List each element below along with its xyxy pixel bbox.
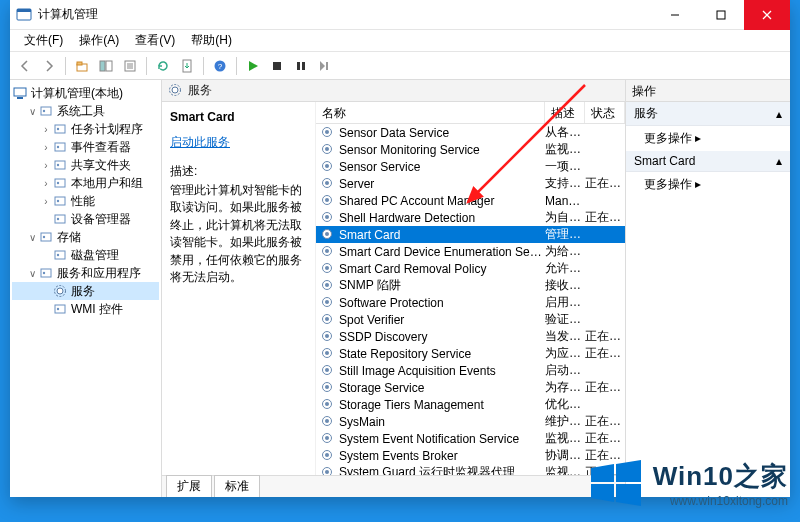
svg-point-72	[325, 317, 329, 321]
menu-help[interactable]: 帮助(H)	[183, 30, 240, 51]
svg-point-90	[325, 470, 329, 474]
actions-header: 操作	[626, 80, 790, 102]
tree-item[interactable]: ›性能	[12, 192, 159, 210]
list-header[interactable]: 名称 描述 状态	[316, 102, 625, 124]
svg-point-34	[57, 200, 59, 202]
detail-title: Smart Card	[170, 110, 307, 124]
refresh-button[interactable]	[152, 55, 174, 77]
service-row[interactable]: Storage Service为存…正在…	[316, 379, 625, 396]
forward-button[interactable]	[38, 55, 60, 77]
col-status[interactable]: 状态	[585, 102, 625, 123]
show-hide-tree-button[interactable]	[95, 55, 117, 77]
col-name[interactable]: 名称	[316, 102, 545, 123]
svg-point-62	[325, 232, 329, 236]
service-row[interactable]: Shared PC Account ManagerMan…	[316, 192, 625, 209]
service-row[interactable]: Server支持…正在…	[316, 175, 625, 192]
svg-rect-35	[55, 215, 65, 223]
chevron-up-icon: ▴	[776, 154, 782, 168]
watermark-brand: Win10之家	[653, 459, 788, 494]
tree-root[interactable]: 计算机管理(本地)	[12, 84, 159, 102]
service-row[interactable]: System Guard 运行时监视器代理监视…正在…	[316, 464, 625, 475]
item-icon	[52, 175, 68, 191]
service-row[interactable]: Smart Card Device Enumeration Service为给…	[316, 243, 625, 260]
service-row[interactable]: Spot Verifier验证…	[316, 311, 625, 328]
service-row[interactable]: Still Image Acquisition Events启动…	[316, 362, 625, 379]
tree-item[interactable]: WMI 控件	[12, 300, 159, 318]
tree-item[interactable]: ›本地用户和组	[12, 174, 159, 192]
svg-point-36	[57, 218, 59, 220]
service-row[interactable]: State Repository Service为应…正在…	[316, 345, 625, 362]
service-row[interactable]: Sensor Monitoring Service监视…	[316, 141, 625, 158]
service-row[interactable]: Software Protection启用…	[316, 294, 625, 311]
help-button[interactable]: ?	[209, 55, 231, 77]
svg-point-86	[325, 436, 329, 440]
tree-item[interactable]: ›事件查看器	[12, 138, 159, 156]
titlebar[interactable]: 计算机管理	[10, 0, 790, 30]
service-icon	[320, 159, 336, 175]
up-button[interactable]	[71, 55, 93, 77]
tree-item[interactable]: 服务	[12, 282, 159, 300]
action-item[interactable]: 更多操作 ▸	[626, 172, 790, 197]
service-icon	[320, 125, 336, 141]
service-row[interactable]: Storage Tiers Management优化…	[316, 396, 625, 413]
export-button[interactable]	[176, 55, 198, 77]
svg-point-42	[43, 272, 45, 274]
svg-rect-8	[100, 61, 105, 71]
tab-extended[interactable]: 扩展	[166, 475, 212, 497]
center-header: 服务	[162, 80, 625, 102]
service-row[interactable]: Sensor Data Service从各…	[316, 124, 625, 141]
restart-service-button[interactable]	[314, 55, 336, 77]
menu-file[interactable]: 文件(F)	[16, 30, 71, 51]
service-row[interactable]: SysMain维护…正在…	[316, 413, 625, 430]
service-row[interactable]: SSDP Discovery当发…正在…	[316, 328, 625, 345]
svg-text:?: ?	[218, 62, 223, 71]
stop-service-button[interactable]	[266, 55, 288, 77]
svg-point-78	[325, 368, 329, 372]
service-icon	[320, 142, 336, 158]
maximize-button[interactable]	[698, 0, 744, 30]
action-section-title[interactable]: 服务▴	[626, 102, 790, 126]
tree-item[interactable]: ›任务计划程序	[12, 120, 159, 138]
svg-rect-25	[55, 125, 65, 133]
tree-group[interactable]: ∨系统工具	[12, 102, 159, 120]
start-service-button[interactable]	[242, 55, 264, 77]
close-button[interactable]	[744, 0, 790, 30]
svg-rect-19	[302, 62, 305, 70]
action-section-title[interactable]: Smart Card▴	[626, 151, 790, 172]
start-service-link[interactable]: 启动此服务	[170, 134, 307, 151]
service-row[interactable]: Shell Hardware Detection为自…正在…	[316, 209, 625, 226]
menu-action[interactable]: 操作(A)	[71, 30, 127, 51]
minimize-button[interactable]	[652, 0, 698, 30]
pause-service-button[interactable]	[290, 55, 312, 77]
tree-group[interactable]: ∨服务和应用程序	[12, 264, 159, 282]
service-icon	[320, 312, 336, 328]
svg-point-68	[325, 283, 329, 287]
menu-view[interactable]: 查看(V)	[127, 30, 183, 51]
gear-icon	[168, 83, 184, 99]
tree-item[interactable]: ›共享文件夹	[12, 156, 159, 174]
nav-tree[interactable]: 计算机管理(本地) ∨系统工具›任务计划程序›事件查看器›共享文件夹›本地用户和…	[10, 80, 162, 497]
back-button[interactable]	[14, 55, 36, 77]
svg-rect-31	[55, 179, 65, 187]
properties-button[interactable]	[119, 55, 141, 77]
folder-icon	[38, 103, 54, 119]
service-row[interactable]: System Event Notification Service监视…正在…	[316, 430, 625, 447]
col-desc[interactable]: 描述	[545, 102, 585, 123]
computer-icon	[12, 85, 28, 101]
service-row[interactable]: System Events Broker协调…正在…	[316, 447, 625, 464]
service-row[interactable]: Smart Card管理…	[316, 226, 625, 243]
service-row[interactable]: Sensor Service一项…	[316, 158, 625, 175]
svg-rect-37	[41, 233, 51, 241]
service-row[interactable]: SNMP 陷阱接收…	[316, 277, 625, 294]
action-item[interactable]: 更多操作 ▸	[626, 126, 790, 151]
service-row[interactable]: Smart Card Removal Policy允许…	[316, 260, 625, 277]
item-icon	[52, 157, 68, 173]
tree-item[interactable]: 磁盘管理	[12, 246, 159, 264]
detail-tabs: 扩展 标准	[162, 475, 625, 497]
tree-group[interactable]: ∨存储	[12, 228, 159, 246]
tree-item[interactable]: 设备管理器	[12, 210, 159, 228]
services-list[interactable]: Sensor Data Service从各…Sensor Monitoring …	[316, 124, 625, 475]
svg-point-46	[57, 308, 59, 310]
service-icon	[320, 329, 336, 345]
tab-standard[interactable]: 标准	[214, 475, 260, 497]
